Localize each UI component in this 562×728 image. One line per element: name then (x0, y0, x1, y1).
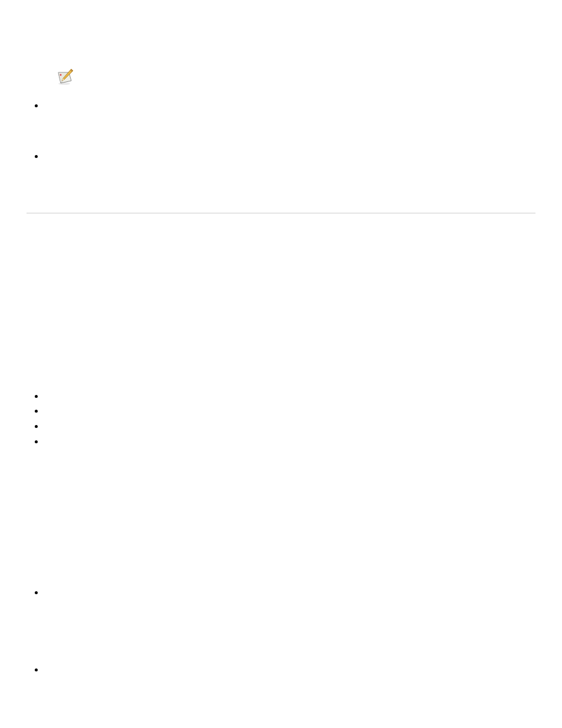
list-item (44, 100, 550, 112)
list-item (44, 405, 550, 417)
list-item (44, 420, 550, 433)
icon-row (56, 68, 550, 88)
main-content (0, 0, 562, 687)
list-section-1 (44, 100, 550, 163)
list-item (44, 664, 550, 676)
list-section-3 (44, 587, 550, 676)
list-section-2 (44, 390, 550, 448)
list-item (44, 390, 550, 403)
list-item (44, 150, 550, 163)
list-item (44, 436, 550, 448)
svg-point-0 (60, 74, 62, 76)
edit-icon (56, 68, 75, 88)
divider (27, 213, 535, 213)
list-item (44, 587, 550, 599)
svg-point-1 (58, 83, 70, 85)
